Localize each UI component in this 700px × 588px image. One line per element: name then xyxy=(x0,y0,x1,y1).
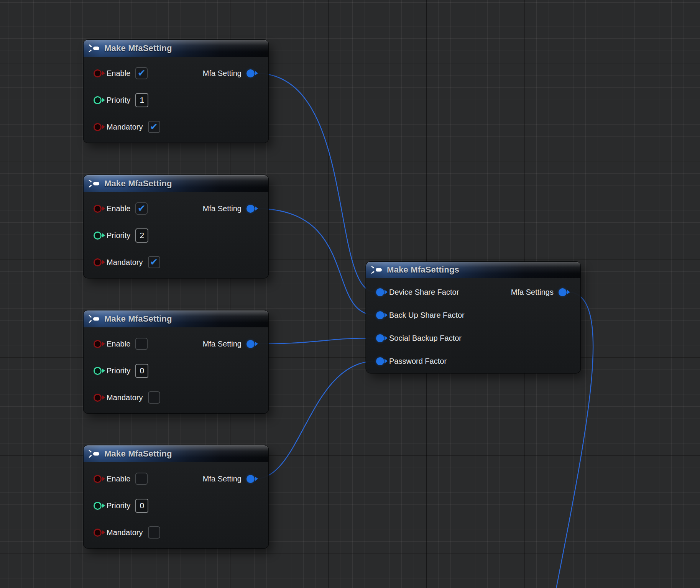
pin-row: Priority 2 xyxy=(84,222,268,249)
pin-priority[interactable] xyxy=(94,232,102,240)
pin-row: Enable ✔ Mfa Setting xyxy=(84,60,268,87)
node-title: Make MfaSetting xyxy=(104,43,172,53)
node-title: Make MfaSetting xyxy=(104,179,172,189)
make-struct-icon xyxy=(89,44,100,53)
node-header[interactable]: Make MfaSettings xyxy=(366,262,580,278)
pin-mandatory[interactable] xyxy=(94,529,102,537)
pin-mfa-setting-out[interactable] xyxy=(246,69,255,77)
make-struct-icon xyxy=(89,179,100,188)
node-body: Enable ✔ Mfa Setting Priority 2 Man xyxy=(84,192,268,278)
mandatory-checkbox[interactable]: ✔ xyxy=(148,256,160,268)
node-title: Make MfaSettings xyxy=(387,265,459,275)
pin-label: Mfa Settings xyxy=(511,288,554,297)
pin-label: Mfa Setting xyxy=(203,475,242,483)
pin-back-up-share-factor[interactable] xyxy=(376,311,384,319)
node-body: Enable Mfa Setting Priority 0 Mand xyxy=(84,462,268,548)
pin-enable[interactable] xyxy=(94,205,102,213)
node-header[interactable]: Make MfaSetting xyxy=(84,175,268,192)
pin-label: Mandatory xyxy=(107,123,143,131)
enable-checkbox[interactable] xyxy=(135,338,148,350)
pin-mfa-setting-out[interactable] xyxy=(246,475,255,483)
pin-row: Mandatory ✔ xyxy=(84,249,268,276)
node-make-mfasetting-1[interactable]: Make MfaSetting Enable ✔ Mfa Setting Pri… xyxy=(84,40,268,143)
pin-row: Priority 0 xyxy=(84,357,268,384)
pin-label: Mandatory xyxy=(107,393,143,402)
node-header[interactable]: Make MfaSetting xyxy=(84,310,268,327)
pin-row: Enable Mfa Setting xyxy=(84,465,268,492)
pin-mandatory[interactable] xyxy=(94,394,102,402)
mandatory-checkbox[interactable] xyxy=(148,526,160,539)
priority-value-field[interactable]: 0 xyxy=(135,364,148,378)
enable-checkbox[interactable]: ✔ xyxy=(135,67,148,79)
enable-checkbox[interactable] xyxy=(135,473,148,485)
pin-row: Mandatory xyxy=(84,384,268,411)
pin-label: Enable xyxy=(107,340,130,348)
pin-mfa-setting-out[interactable] xyxy=(246,340,255,348)
pin-priority[interactable] xyxy=(94,502,102,510)
node-make-mfasetting-4[interactable]: Make MfaSetting Enable Mfa Setting Prior… xyxy=(84,445,268,548)
pin-label: Enable xyxy=(107,475,130,483)
pin-mandatory[interactable] xyxy=(94,258,102,266)
check-icon: ✔ xyxy=(138,68,146,78)
pin-label: Social Backup Factor xyxy=(389,334,462,343)
pin-label: Mandatory xyxy=(107,528,143,537)
pin-priority[interactable] xyxy=(94,96,102,104)
pin-label: Password Factor xyxy=(389,357,447,366)
node-make-mfasetting-2[interactable]: Make MfaSetting Enable ✔ Mfa Setting Pri… xyxy=(84,175,268,278)
pin-label: Mfa Setting xyxy=(203,69,242,78)
pin-mfa-settings-out[interactable] xyxy=(559,288,567,296)
priority-value-field[interactable]: 2 xyxy=(135,228,148,243)
node-make-mfasettings[interactable]: Make MfaSettings Device Share Factor Mfa… xyxy=(366,262,580,373)
pin-label: Back Up Share Factor xyxy=(389,311,465,320)
pin-enable[interactable] xyxy=(94,69,102,77)
node-title: Make MfaSetting xyxy=(104,314,172,324)
pin-label: Priority xyxy=(107,501,130,510)
pin-enable[interactable] xyxy=(94,340,102,348)
node-header[interactable]: Make MfaSetting xyxy=(84,445,268,462)
pin-label: Mfa Setting xyxy=(203,204,242,213)
check-icon: ✔ xyxy=(150,122,158,131)
pin-social-backup-factor[interactable] xyxy=(376,334,384,342)
make-struct-icon xyxy=(89,315,100,323)
pin-mandatory[interactable] xyxy=(94,123,102,131)
wire[interactable] xyxy=(256,73,376,292)
pin-label: Device Share Factor xyxy=(389,288,459,297)
pin-row: Password Factor xyxy=(366,350,580,373)
blueprint-graph-canvas[interactable]: Make MfaSetting Enable ✔ Mfa Setting Pri… xyxy=(0,0,700,588)
make-struct-icon xyxy=(371,266,383,274)
node-body: Enable Mfa Setting Priority 0 Mand xyxy=(84,327,268,413)
node-body: Enable ✔ Mfa Setting Priority 1 Man xyxy=(84,57,268,143)
pin-mfa-setting-out[interactable] xyxy=(246,205,255,213)
pin-label: Mandatory xyxy=(107,258,143,267)
pin-row: Mandatory xyxy=(84,519,268,546)
pin-priority[interactable] xyxy=(94,367,102,375)
node-make-mfasetting-3[interactable]: Make MfaSetting Enable Mfa Setting Prior… xyxy=(84,310,268,413)
pin-label: Mfa Setting xyxy=(203,340,242,348)
mandatory-checkbox[interactable] xyxy=(148,391,160,404)
pin-label: Enable xyxy=(107,69,130,78)
node-header[interactable]: Make MfaSetting xyxy=(84,40,268,57)
node-body: Device Share Factor Mfa Settings Back Up… xyxy=(366,278,580,374)
pin-password-factor[interactable] xyxy=(376,357,384,365)
mandatory-checkbox[interactable]: ✔ xyxy=(148,121,160,133)
pin-label: Enable xyxy=(107,204,130,213)
priority-value-field[interactable]: 1 xyxy=(135,93,148,107)
pin-label: Priority xyxy=(107,366,130,375)
pin-label: Priority xyxy=(107,96,130,105)
check-icon: ✔ xyxy=(150,257,158,267)
pin-row: Social Backup Factor xyxy=(366,327,580,350)
priority-value-field[interactable]: 0 xyxy=(135,499,148,513)
pin-row: Mandatory ✔ xyxy=(84,113,268,140)
wire[interactable] xyxy=(256,209,376,315)
pin-enable[interactable] xyxy=(94,475,102,483)
pin-row: Priority 1 xyxy=(84,87,268,113)
pin-label: Priority xyxy=(107,231,130,240)
pin-row: Device Share Factor Mfa Settings xyxy=(366,281,580,304)
enable-checkbox[interactable]: ✔ xyxy=(135,202,148,215)
pin-row: Enable Mfa Setting xyxy=(84,330,268,357)
wire[interactable] xyxy=(256,361,376,479)
pin-row: Enable ✔ Mfa Setting xyxy=(84,195,268,222)
pin-device-share-factor[interactable] xyxy=(376,288,384,296)
wire[interactable] xyxy=(256,338,376,344)
make-struct-icon xyxy=(89,450,100,458)
